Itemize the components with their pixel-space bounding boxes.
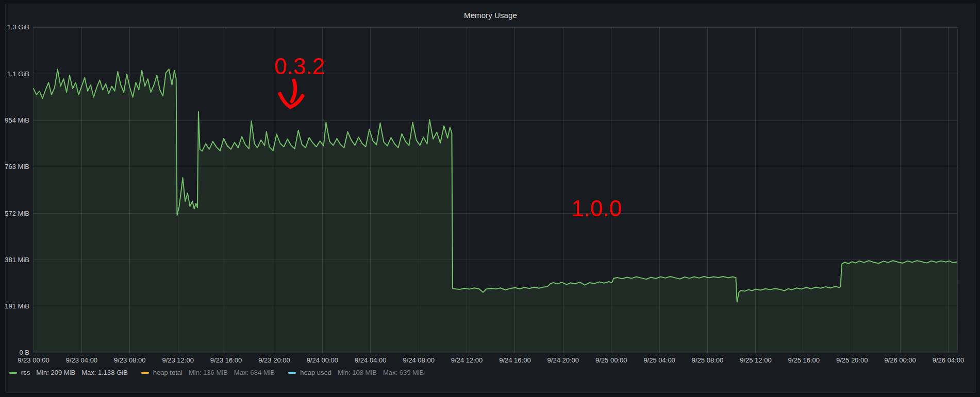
x-axis-tick-label: 9/23 20:00 <box>258 356 290 364</box>
legend-series-max: Max: 639 MiB <box>383 369 424 376</box>
y-axis-tick-label: 763 MiB <box>5 163 29 170</box>
x-axis-tick-label: 9/24 08:00 <box>403 356 434 364</box>
x-axis-tick-label: 9/25 00:00 <box>595 356 627 364</box>
chart-legend: rss Min: 209 MiB Max: 1.138 GiB heap tot… <box>9 369 424 376</box>
x-axis-tick-label: 9/23 00:00 <box>18 356 49 364</box>
panel-title[interactable]: Memory Usage <box>6 11 975 20</box>
legend-item-heap-total[interactable]: heap total Min: 136 MiB Max: 684 MiB <box>141 369 275 376</box>
x-axis-tick-label: 9/25 16:00 <box>788 356 820 364</box>
y-axis-tick-label: 0 B <box>19 349 29 356</box>
x-axis-tick-label: 9/23 04:00 <box>66 356 97 364</box>
legend-series-swatch <box>9 372 17 374</box>
legend-series-swatch <box>141 372 149 374</box>
x-axis-tick-label: 9/24 04:00 <box>355 356 386 364</box>
x-axis-tick-label: 9/25 04:00 <box>643 356 675 364</box>
legend-series-name[interactable]: heap used <box>300 369 331 376</box>
x-axis-tick-label: 9/24 12:00 <box>451 356 483 364</box>
legend-series-max: Max: 1.138 GiB <box>81 369 128 376</box>
x-axis-tick-label: 9/26 00:00 <box>884 356 916 364</box>
legend-series-min: Min: 209 MiB <box>36 369 75 376</box>
legend-item-heap-used[interactable]: heap used Min: 108 MiB Max: 639 MiB <box>288 369 424 376</box>
memory-usage-chart[interactable]: 0 B191 MiB381 MiB572 MiB763 MiB954 MiB1.… <box>0 0 980 397</box>
y-axis-tick-label: 1.3 GiB <box>7 23 29 31</box>
x-axis-tick-label: 9/25 12:00 <box>740 356 771 364</box>
grafana-memory-panel-screenshot: { "theme": { "page_background": "#111217… <box>0 0 980 397</box>
x-axis-tick-label: 9/24 16:00 <box>499 356 530 364</box>
x-axis-tick-label: 9/25 08:00 <box>692 356 723 364</box>
legend-series-max: Max: 684 MiB <box>234 369 275 376</box>
legend-series-name[interactable]: rss <box>21 369 30 376</box>
legend-series-min: Min: 136 MiB <box>189 369 228 376</box>
annotation-text: 1.0.0 <box>571 196 622 221</box>
y-axis-tick-label: 381 MiB <box>5 256 29 264</box>
x-axis-tick-label: 9/23 08:00 <box>114 356 145 364</box>
legend-series-min: Min: 108 MiB <box>338 369 377 376</box>
x-axis-tick-label: 9/24 20:00 <box>547 356 579 364</box>
y-axis-tick-label: 572 MiB <box>5 210 29 217</box>
x-axis-tick-label: 9/25 20:00 <box>836 356 868 364</box>
y-axis-tick-label: 191 MiB <box>5 302 29 310</box>
y-axis-tick-label: 954 MiB <box>5 116 29 124</box>
legend-series-swatch <box>288 372 296 374</box>
x-axis-tick-label: 9/23 12:00 <box>162 356 193 364</box>
x-axis-tick-label: 9/23 16:00 <box>210 356 242 364</box>
legend-item-rss[interactable]: rss Min: 209 MiB Max: 1.138 GiB <box>9 369 128 376</box>
annotation-text: 0.3.2 <box>274 54 325 79</box>
x-axis-tick-label: 9/26 04:00 <box>933 356 964 364</box>
x-axis-tick-label: 9/24 00:00 <box>307 356 338 364</box>
y-axis-tick-label: 1.1 GiB <box>7 70 29 78</box>
legend-series-name[interactable]: heap total <box>153 369 182 376</box>
